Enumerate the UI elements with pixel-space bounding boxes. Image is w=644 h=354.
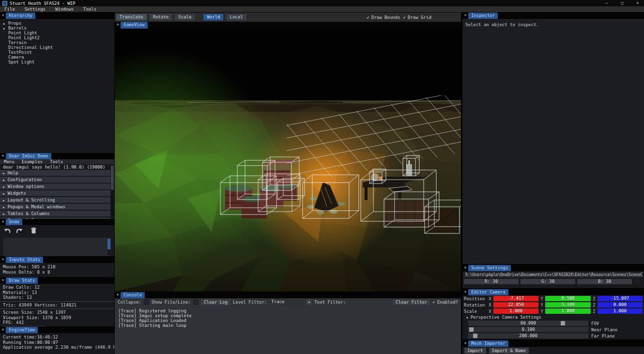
section-configuration[interactable]: ▶Configuration bbox=[0, 177, 110, 183]
scene-settings-tab[interactable]: Scene Settings bbox=[468, 265, 511, 271]
hierarchy-item-props[interactable]: ▶Props bbox=[0, 21, 114, 26]
clear-log-button[interactable]: Clear Log bbox=[201, 299, 230, 305]
collapse-icon[interactable]: ▼ bbox=[464, 13, 466, 19]
demo-menu-examples[interactable]: Examples bbox=[22, 159, 43, 164]
position-y-field[interactable]: 0.500 bbox=[545, 296, 590, 301]
slider-grab[interactable] bbox=[561, 321, 565, 325]
draw-grid-checkbox[interactable]: ✓ Draw Grid bbox=[403, 15, 431, 20]
gameview-tab[interactable]: GameView bbox=[121, 22, 147, 29]
demo-menu[interactable]: Menu bbox=[4, 159, 15, 164]
collapse-checkbox[interactable] bbox=[144, 299, 149, 305]
collapse-icon[interactable]: ▼ bbox=[2, 327, 4, 333]
collapse-icon[interactable]: ▼ bbox=[2, 257, 4, 263]
maximize-button[interactable]: □ bbox=[619, 0, 626, 6]
position-x-field[interactable]: -7.417 bbox=[493, 296, 538, 301]
hierarchy-item-point-light[interactable]: Point Light bbox=[0, 31, 114, 35]
rotation-z-field[interactable]: 0.000 bbox=[598, 302, 643, 308]
menu-windows[interactable]: Windows bbox=[55, 7, 74, 12]
mesh-importer-tab[interactable]: Mesh Importer bbox=[468, 340, 508, 347]
inspector-tab[interactable]: Inspector bbox=[468, 13, 498, 19]
slider-grab[interactable] bbox=[473, 334, 477, 338]
reload-shaders-button[interactable]: Reload Shaders bbox=[2, 326, 45, 327]
hierarchy-item-terrain[interactable]: Terrain bbox=[0, 40, 114, 45]
fov-slider[interactable]: 80.000 bbox=[468, 321, 588, 326]
collapse-icon[interactable]: ▼ bbox=[117, 22, 119, 29]
clear-color-r-field[interactable]: R: 30 bbox=[464, 279, 519, 284]
near-plane-slider[interactable]: 0.100 bbox=[468, 327, 588, 332]
scrollbar-thumb[interactable] bbox=[107, 239, 110, 249]
clear-color-b-field[interactable]: B: 30 bbox=[577, 279, 632, 284]
scale-x-field[interactable]: 1.000 bbox=[493, 308, 538, 314]
undo-button[interactable] bbox=[3, 228, 11, 235]
far-plane-slider[interactable]: 200.000 bbox=[468, 333, 588, 339]
undo-tab[interactable]: Undo bbox=[6, 219, 22, 225]
minimize-button[interactable]: — bbox=[603, 0, 610, 6]
chevron-down-icon[interactable]: ▼ bbox=[306, 299, 312, 305]
rotation-y-field[interactable]: 5.149 bbox=[545, 302, 590, 308]
import-button[interactable]: Import bbox=[464, 348, 486, 354]
enabled-checkbox[interactable]: ✓ Enabled? bbox=[432, 300, 458, 305]
section-layout[interactable]: ▶Layout & Scrolling bbox=[0, 197, 110, 203]
section-tables[interactable]: ▶Tables & Columns bbox=[0, 211, 110, 216]
engine-time-tab[interactable]: EngineTime bbox=[6, 327, 38, 333]
perspective-settings-toggle[interactable]: ▼ Perspective Camera Settings bbox=[462, 314, 644, 320]
clear-undo-button[interactable] bbox=[31, 227, 37, 235]
rotate-button[interactable]: Rotate bbox=[150, 14, 172, 20]
console-tab[interactable]: Console bbox=[121, 292, 145, 298]
inputs-stats-tab[interactable]: Inputs Stats bbox=[6, 257, 43, 263]
local-space-button[interactable]: Local bbox=[226, 14, 246, 20]
console-log-list[interactable]: [Trace] Registered logging [Trace] Imgui… bbox=[115, 306, 461, 354]
import-and-name-button[interactable]: Import & Name bbox=[489, 348, 529, 354]
clear-color-swatch[interactable] bbox=[634, 278, 641, 285]
slider-grab[interactable] bbox=[469, 327, 474, 332]
hierarchy-item-directional-light[interactable]: Directional Light bbox=[0, 45, 114, 50]
undo-history-list[interactable] bbox=[3, 238, 111, 256]
section-help[interactable]: ▶Help bbox=[0, 170, 110, 176]
titlebar[interactable]: Stuart Heath SFAS24 - WIP bbox=[0, 0, 644, 6]
draw-bounds-checkbox[interactable]: ✓ Draw Bounds bbox=[367, 15, 400, 20]
scrollbar[interactable] bbox=[107, 238, 110, 256]
menu-file[interactable]: File bbox=[4, 7, 15, 12]
level-filter-select[interactable]: Trace ▼ bbox=[269, 299, 312, 305]
hierarchy-tab[interactable]: Hierarchy bbox=[6, 13, 35, 19]
demo-menu-tools[interactable]: Tools bbox=[50, 159, 63, 164]
hierarchy-item-spot-light[interactable]: Spot Light bbox=[0, 60, 114, 64]
rotation-x-field[interactable]: 22.050 bbox=[493, 302, 538, 308]
collapse-icon[interactable]: ▼ bbox=[464, 265, 466, 271]
section-window-options[interactable]: ▶Window options bbox=[0, 184, 110, 189]
position-z-field[interactable]: -15.097 bbox=[598, 296, 643, 301]
viewport-3d[interactable] bbox=[115, 29, 461, 292]
collapse-icon[interactable]: ▼ bbox=[2, 13, 4, 19]
scale-button[interactable]: Scale bbox=[175, 14, 195, 20]
menu-settings[interactable]: Settings bbox=[25, 7, 46, 12]
imgui-demo-tab[interactable]: Dear ImGui Demo bbox=[6, 153, 51, 159]
collapse-icon[interactable]: ▼ bbox=[464, 340, 466, 347]
translate-button[interactable]: Translate bbox=[116, 14, 147, 20]
close-button[interactable]: × bbox=[634, 0, 641, 6]
section-popups[interactable]: ▶Popups & Modal windows bbox=[0, 204, 110, 210]
collapse-icon[interactable]: ▼ bbox=[2, 219, 4, 225]
scale-z-field[interactable]: 1.000 bbox=[598, 308, 643, 314]
collapse-icon[interactable]: ▼ bbox=[117, 292, 119, 298]
collapse-icon[interactable]: ▼ bbox=[464, 289, 466, 295]
editor-camera-tab[interactable]: Editor Camera bbox=[468, 289, 508, 295]
clear-color-g-field[interactable]: G: 30 bbox=[521, 279, 575, 284]
world-space-button[interactable]: World bbox=[203, 14, 223, 20]
collapse-icon[interactable]: ▼ bbox=[2, 153, 4, 159]
scrollbar[interactable] bbox=[111, 165, 114, 218]
redo-button[interactable] bbox=[15, 228, 23, 235]
text-filter-input[interactable] bbox=[348, 299, 390, 305]
collapse-icon[interactable]: ▼ bbox=[2, 277, 4, 284]
scrollbar-thumb[interactable] bbox=[111, 166, 114, 190]
menu-tools[interactable]: Tools bbox=[83, 7, 96, 12]
section-widgets[interactable]: ▶Widgets bbox=[0, 190, 110, 196]
clear-filter-button[interactable]: Clear Filter bbox=[393, 299, 430, 305]
hierarchy-item-camera[interactable]: Camera bbox=[0, 55, 114, 60]
scene-path-input[interactable]: S:\Users\pkplo\OneDrive\Documents\C++\SF… bbox=[464, 272, 643, 277]
draw-stats-tab[interactable]: Draw Stats bbox=[6, 277, 38, 284]
scale-y-field[interactable]: 1.000 bbox=[545, 308, 590, 314]
show-file-checkbox[interactable] bbox=[193, 299, 199, 305]
hierarchy-item-point-light2[interactable]: Point Light2 bbox=[0, 35, 114, 40]
hierarchy-item-barrels[interactable]: ▶Barrels bbox=[0, 26, 114, 31]
hierarchy-item-testpoint[interactable]: TestPoint bbox=[0, 50, 114, 55]
